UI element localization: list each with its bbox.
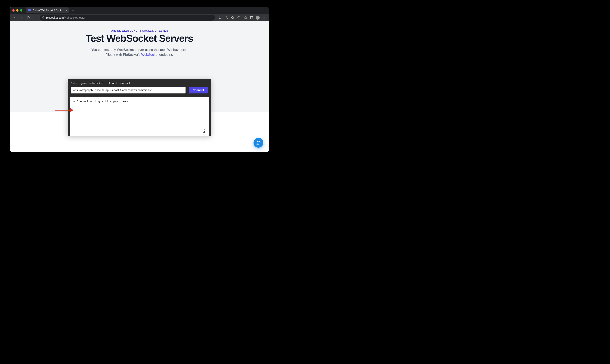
profile-avatar[interactable]: [255, 15, 261, 21]
window-controls: [12, 9, 22, 12]
connection-log: Connection log will appear here: [70, 97, 209, 136]
extensions-icon[interactable]: [242, 15, 248, 21]
page-title: Test WebSocket Servers: [10, 33, 269, 44]
tabs-overflow-icon[interactable]: ⌄: [264, 9, 267, 12]
close-window-button[interactable]: [12, 9, 14, 12]
hero-section: ONLINE WEBSOCKET & SOCKET.IO TESTER Test…: [10, 21, 269, 57]
websocket-url-input[interactable]: [71, 87, 186, 93]
bookmark-star-icon[interactable]: [230, 15, 235, 21]
kebab-menu-icon[interactable]: [261, 15, 267, 21]
back-button[interactable]: [12, 15, 18, 21]
forward-button[interactable]: [18, 15, 24, 21]
svg-point-5: [238, 16, 240, 19]
svg-marker-4: [231, 16, 234, 19]
websocket-link[interactable]: WebSocket: [141, 53, 158, 57]
svg-point-6: [264, 16, 264, 17]
tester-prompt: Enter your websocket url and connect: [68, 79, 211, 87]
new-tab-button[interactable]: +: [69, 8, 77, 13]
lock-icon: [42, 16, 45, 19]
home-button[interactable]: [32, 15, 38, 21]
hero-sub-after: endpoint.: [158, 53, 173, 57]
adblock-icon[interactable]: [236, 15, 242, 21]
browser-tab[interactable]: Online WebSocket & Socket.io ×: [26, 7, 69, 13]
svg-point-1: [219, 16, 221, 18]
url-row: Connect: [68, 87, 211, 97]
tab-favicon: [28, 9, 31, 11]
log-placeholder-line: Connection log will appear here: [73, 100, 205, 103]
connect-button[interactable]: Connect: [189, 87, 208, 93]
sidepanel-icon[interactable]: [248, 15, 254, 21]
svg-point-8: [264, 18, 264, 19]
svg-rect-3: [225, 18, 227, 19]
reload-button[interactable]: [25, 15, 31, 21]
browser-window: Online WebSocket & Socket.io × + ⌄: [10, 7, 269, 152]
zoom-icon[interactable]: [217, 15, 223, 21]
url-host: piesocket.com/websocket-tester: [46, 16, 85, 19]
address-bar[interactable]: piesocket.com/websocket-tester: [40, 15, 215, 21]
maximize-window-button[interactable]: [20, 9, 22, 12]
eyebrow-text: ONLINE WEBSOCKET & SOCKET.IO TESTER: [10, 29, 269, 32]
page-viewport[interactable]: ONLINE WEBSOCKET & SOCKET.IO TESTER Test…: [10, 21, 269, 152]
toolbar-right-icons: [217, 15, 267, 21]
tab-strip: Online WebSocket & Socket.io × + ⌄: [10, 7, 269, 14]
svg-rect-0: [43, 17, 44, 18]
chat-fab[interactable]: [254, 138, 263, 148]
tab-title: Online WebSocket & Socket.io: [33, 9, 64, 12]
hero-subtitle: You can test any WebSocket server using …: [88, 47, 190, 57]
tester-panel: Enter your websocket url and connect Con…: [68, 79, 211, 136]
browser-toolbar: piesocket.com/websocket-tester: [10, 14, 269, 21]
clear-log-icon[interactable]: [203, 129, 206, 133]
share-icon[interactable]: [223, 15, 229, 21]
svg-line-2: [220, 18, 221, 19]
minimize-window-button[interactable]: [16, 9, 18, 12]
svg-point-7: [264, 17, 264, 18]
close-tab-icon[interactable]: ×: [66, 9, 67, 12]
